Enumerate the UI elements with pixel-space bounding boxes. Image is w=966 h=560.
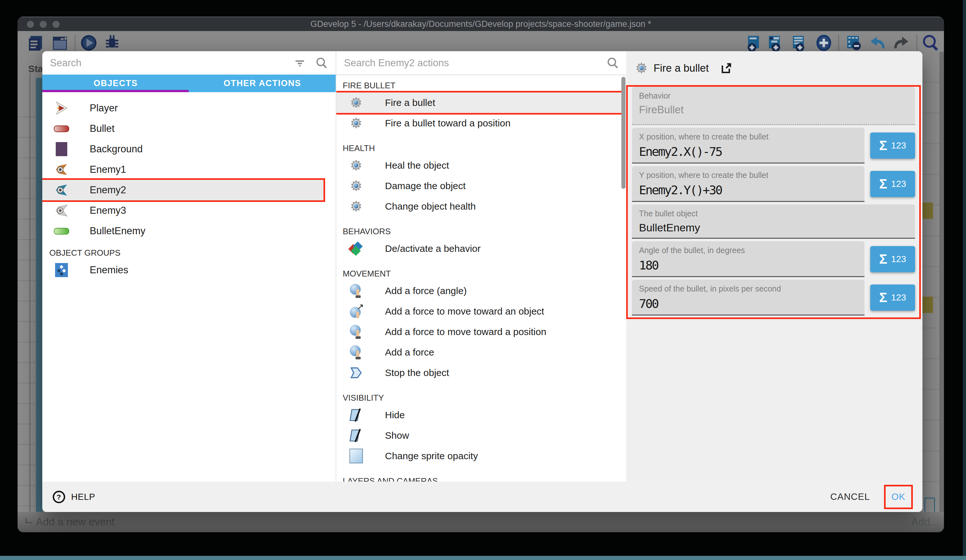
expression-123-label: 123 [891, 254, 906, 264]
object-label: Bullet [90, 123, 115, 134]
expression-builder-button[interactable]: Σ123 [870, 171, 915, 197]
ok-button[interactable]: OK [884, 485, 913, 509]
cancel-button[interactable]: CANCEL [830, 491, 870, 502]
action-section: BEHAVIORSDe/activate a behavior [336, 221, 627, 264]
actions-search-input[interactable] [343, 57, 597, 69]
action-label: Add a force (angle) [385, 285, 467, 296]
zoom-window-button[interactable] [53, 21, 59, 28]
action-label: Change object health [385, 201, 476, 212]
parameter-field[interactable]: Speed of the bullet, in pixels per secon… [632, 280, 864, 316]
gdevelop-window: GDevelop 5 - /Users/dkarakay/Documents/G… [18, 16, 944, 532]
parameter-field[interactable]: The bullet objectBulletEnemy [632, 205, 915, 239]
parameter-value: BulletEnemy [639, 221, 915, 238]
parameter-row: X position, where to create the bulletEn… [632, 128, 915, 164]
help-button[interactable]: ? HELP [52, 490, 95, 504]
background-selected-event [922, 203, 933, 219]
object-list-item-enemy2[interactable]: Enemy2 [42, 180, 324, 200]
expression-builder-button[interactable]: Σ123 [870, 133, 915, 159]
actions-panel: FIRE BULLET⚙Fire a bullet⚙Fire a bullet … [336, 51, 627, 481]
expression-builder-button[interactable]: Σ123 [870, 285, 915, 311]
window-controls [27, 21, 59, 28]
minimize-window-button[interactable] [40, 21, 47, 28]
project-manager-icon [26, 34, 45, 52]
enemy-teal-icon [54, 182, 69, 198]
object-list: PlayerBulletBackgroundEnemy1Enemy2Enemy3… [42, 92, 336, 241]
object-groups-header: OBJECT GROUPS [42, 246, 336, 260]
tab-objects[interactable]: OBJECTS [42, 75, 189, 92]
objects-search-input[interactable] [49, 57, 285, 69]
action-section-title: MOVEMENT [336, 267, 627, 281]
stop-icon [348, 365, 364, 380]
object-label: BulletEnemy [90, 225, 145, 237]
parameter-row: The bullet objectBulletEnemy [632, 205, 915, 239]
background-scene-tab: Sta [28, 63, 43, 74]
expression-builder-button[interactable]: Σ123 [870, 246, 915, 272]
search-icon [315, 56, 328, 70]
gear-icon: ⚙ [348, 116, 364, 131]
tab-other-actions[interactable]: OTHER ACTIONS [189, 75, 336, 92]
action-item[interactable]: ⚙Heal the object [336, 155, 627, 176]
close-window-button[interactable] [27, 21, 34, 28]
window-titlebar: GDevelop 5 - /Users/dkarakay/Documents/G… [18, 16, 944, 31]
toolbar-separator [838, 34, 839, 51]
sigma-icon: Σ [879, 252, 887, 267]
action-label: Fire a bullet toward a position [385, 118, 511, 129]
parameter-row: Y position, where to create the bulletEn… [632, 166, 915, 202]
parameter-label: Angle of the bullet, in degrees [639, 246, 864, 255]
dialog-footer: ? HELP CANCEL OK [42, 481, 922, 512]
active-tab-indicator [42, 90, 189, 92]
object-list-item-background[interactable]: Background [42, 139, 336, 159]
redo-icon [892, 34, 910, 52]
action-item[interactable]: ↗Add a force to move toward an object [336, 301, 627, 322]
action-item[interactable]: Show [336, 425, 627, 446]
action-item[interactable]: Add a force [336, 342, 627, 363]
object-list-item-enemy1[interactable]: Enemy1 [42, 159, 336, 180]
open-in-new-icon[interactable] [720, 62, 733, 75]
parameter-field[interactable]: Y position, where to create the bulletEn… [632, 166, 864, 202]
force-toward-icon: ↗ [348, 304, 364, 319]
action-item[interactable]: ⚙Damage the object [336, 176, 627, 196]
actions-scrollbar-thumb[interactable] [621, 77, 626, 189]
force-icon [348, 283, 364, 298]
enemy-grey-icon [54, 203, 69, 218]
action-section: MOVEMENTAdd a force (angle)↗Add a force … [336, 264, 627, 388]
action-item[interactable]: Change sprite opacity [336, 446, 627, 466]
instruction-editor-dialog: OBJECTS OTHER ACTIONS PlayerBulletBackgr… [42, 51, 922, 512]
add-circle-icon [815, 34, 833, 52]
parameter-row: Angle of the bullet, in degrees180Σ123 [632, 241, 915, 277]
action-item[interactable]: ⚙Change object health [336, 196, 627, 217]
background-event-rows-right [922, 52, 940, 512]
parameter-label: Y position, where to create the bullet [639, 170, 864, 180]
action-section-title: FIRE BULLET [336, 79, 627, 92]
object-list-item-bullet[interactable]: Bullet [42, 118, 336, 139]
background-event-rows [18, 97, 36, 512]
parameter-value: Enemy2.X()-75 [639, 145, 864, 162]
action-label: Add a force to move toward a position [385, 326, 546, 337]
action-item[interactable]: De/activate a behavior [336, 238, 627, 259]
parameter-value: Enemy2.Y()+30 [639, 183, 864, 201]
help-label: HELP [71, 492, 95, 502]
action-section: FIRE BULLET⚙Fire a bullet⚙Fire a bullet … [336, 75, 627, 138]
object-group-icon [54, 262, 69, 278]
parameter-field[interactable]: X position, where to create the bulletEn… [632, 128, 864, 164]
action-item[interactable]: ⚙Fire a bullet toward a position [336, 113, 627, 133]
objects-search-row [42, 51, 336, 75]
expression-123-label: 123 [891, 293, 906, 303]
parameter-field[interactable]: Angle of the bullet, in degrees180 [632, 241, 864, 277]
filter-icon[interactable] [293, 57, 306, 69]
object-label: Enemy3 [90, 205, 126, 216]
add-comment-icon [745, 34, 764, 52]
action-item[interactable]: Hide [336, 405, 627, 425]
object-group-item-enemies[interactable]: Enemies [42, 260, 336, 280]
object-list-item-player[interactable]: Player [42, 98, 336, 118]
action-item[interactable]: Stop the object [336, 363, 627, 383]
action-item[interactable]: Add a force (angle) [336, 281, 627, 301]
object-list-item-enemy3[interactable]: Enemy3 [42, 200, 336, 221]
action-item[interactable]: Add a force to move toward a position [336, 322, 627, 342]
action-item[interactable]: ⚙Fire a bullet [336, 92, 624, 113]
visibility-slash-icon [348, 428, 364, 443]
search-icon [606, 56, 619, 70]
parameter-label: Speed of the bullet, in pixels per secon… [639, 284, 864, 293]
object-list-item-bulletenemy[interactable]: BulletEnemy [42, 221, 336, 241]
parameter-field[interactable]: BehaviorFireBullet [632, 87, 915, 125]
